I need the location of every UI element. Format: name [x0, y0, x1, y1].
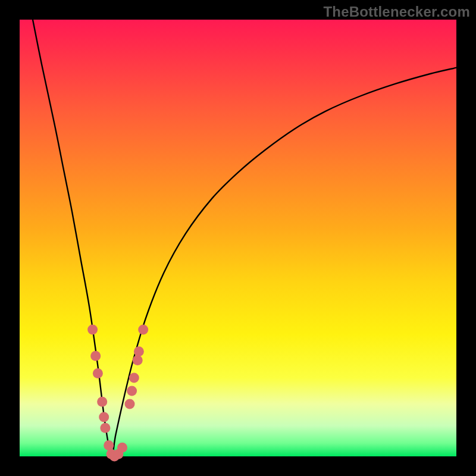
bottleneck-curve [33, 20, 456, 456]
marker-dot [99, 412, 109, 422]
attribution-label: TheBottlenecker.com [323, 4, 470, 20]
marker-dot [138, 325, 148, 335]
marker-dot [127, 386, 137, 396]
marker-dot [133, 355, 143, 365]
marker-dot [125, 399, 135, 409]
marker-dot [134, 346, 144, 356]
marker-group [87, 325, 148, 462]
marker-dot [100, 423, 110, 433]
marker-dot [97, 397, 107, 407]
bottleneck-chart-svg [20, 20, 456, 456]
marker-dot [87, 325, 98, 335]
plot-area [20, 20, 456, 456]
marker-dot [117, 443, 127, 453]
marker-dot [104, 440, 114, 450]
marker-dot [93, 368, 103, 378]
marker-dot [129, 372, 139, 383]
marker-dot [90, 351, 101, 361]
